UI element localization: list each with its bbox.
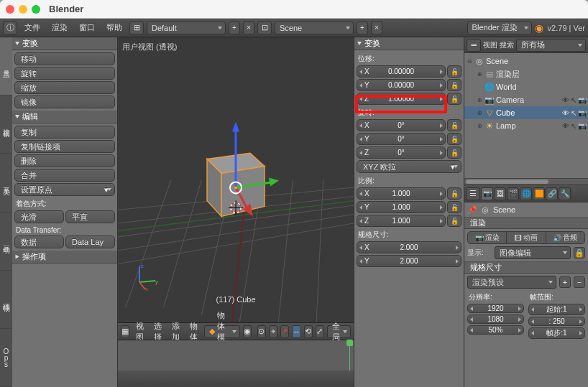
res-pct-field[interactable]: 50%	[467, 325, 524, 335]
render-anim-button[interactable]: 🎞动画	[507, 231, 546, 244]
dim-x-field[interactable]: X2.000	[357, 241, 461, 253]
scene-select[interactable]: Scene	[275, 22, 354, 34]
scene-remove-button[interactable]: ×	[371, 22, 382, 34]
shade-smooth-button[interactable]: 光滑	[14, 210, 64, 223]
scene-add-button[interactable]: +	[357, 22, 368, 34]
outliner-search-menu[interactable]: 搜索	[500, 40, 514, 50]
n-transform-header[interactable]: 变换	[354, 37, 464, 50]
move-button[interactable]: 移动	[14, 52, 115, 65]
outliner-filter-select[interactable]: 所有场	[516, 39, 586, 52]
lock-interface-icon[interactable]: 🔒	[574, 247, 585, 258]
minimize-window-button[interactable]	[19, 5, 27, 14]
join-button[interactable]: 合并	[14, 169, 115, 182]
scene-browse-button[interactable]: ⊡	[257, 22, 272, 34]
scale-z-field[interactable]: Z1.000	[357, 215, 446, 227]
frame-end-field[interactable]: : 250	[528, 317, 585, 326]
data-transfer-layout-button[interactable]: Data Lay	[65, 236, 115, 248]
render-preset-select[interactable]: 渲染预设	[467, 276, 556, 289]
render-audio-button[interactable]: 🔊音频	[546, 231, 585, 244]
scale-z-lock[interactable]: 🔓	[447, 215, 461, 227]
rot-x-field[interactable]: X0°	[357, 119, 446, 131]
mode-select[interactable]: ◆ 物体模式	[204, 325, 240, 338]
frame-start-field[interactable]: 起始:1	[528, 304, 585, 315]
props-editor-icon[interactable]: ☰	[466, 187, 480, 200]
outliner-tree[interactable]: ⊖◎Scene ⊕▤渲染层 🌐World ⊕📷Camera 👁↖📷 ⊕▽Cube	[464, 53, 588, 178]
dimensions-panel-header[interactable]: 规格尺寸	[464, 261, 588, 274]
playhead[interactable]	[349, 340, 350, 370]
toolshelf-tab-create[interactable]: 创建	[0, 95, 12, 154]
display-select[interactable]: 图像编辑	[495, 246, 571, 259]
toolshelf-tab-tools[interactable]: 工具	[0, 37, 12, 95]
rot-y-field[interactable]: Y0°	[357, 133, 446, 145]
cursor-icon[interactable]: ⌖	[269, 325, 277, 338]
rot-x-lock[interactable]: 🔓	[447, 119, 461, 131]
rot-z-lock[interactable]: 🔓	[447, 146, 461, 159]
timeline-ruler[interactable]	[118, 340, 354, 370]
outliner-view-menu[interactable]: 视图	[483, 40, 497, 50]
tab-constraints-icon[interactable]: 🔗	[546, 187, 558, 200]
toolshelf-tab-relations[interactable]: 关系	[0, 154, 12, 212]
menu-file[interactable]: 文件	[20, 21, 45, 34]
tab-world-icon[interactable]: 🌐	[520, 187, 532, 200]
tab-modifiers-icon[interactable]: 🔧	[559, 187, 571, 200]
screen-add-button[interactable]: +	[229, 22, 240, 34]
shading-sphere-icon[interactable]: ◉	[243, 325, 252, 338]
manipulator-scale-icon[interactable]: ⤢	[316, 325, 324, 338]
delete-button[interactable]: 删除	[14, 154, 115, 167]
tab-object-icon[interactable]: 🟧	[533, 187, 545, 200]
set-origin-button[interactable]: 设置原点▾	[14, 183, 115, 196]
viewport-editor-icon[interactable]: ▦	[121, 325, 129, 338]
tab-renderlayer-icon[interactable]: 🖼	[494, 187, 506, 200]
toolshelf-tab-ops[interactable]: Ops	[0, 329, 12, 387]
selected-cube[interactable]	[193, 116, 279, 230]
dim-y-field[interactable]: Y2.000	[357, 255, 461, 267]
rot-y-lock[interactable]: 🔓	[447, 133, 461, 145]
res-x-field[interactable]: 1920	[467, 304, 524, 313]
pivot-icon[interactable]: ⊙	[257, 325, 266, 338]
screen-layout-select[interactable]: Default	[147, 22, 226, 34]
data-transfer-data-button[interactable]: 数据	[14, 236, 64, 248]
manipulator-move-icon[interactable]: ↔	[292, 325, 301, 338]
render-engine-select[interactable]: Blender 渲染	[467, 22, 532, 34]
toolshelf-tab-physics[interactable]: 物理	[0, 271, 12, 329]
menu-window[interactable]: 窗口	[75, 21, 99, 34]
scale-x-field[interactable]: X1.000	[357, 187, 446, 200]
render-button[interactable]: 📷渲染	[467, 231, 507, 244]
rotate-button[interactable]: 旋转	[14, 67, 115, 80]
frame-step-field[interactable]: 帧步:1	[528, 327, 585, 339]
loc-z-field[interactable]: Z1.00000	[357, 93, 446, 105]
manipulator-rotate-icon[interactable]: ⟲	[304, 325, 313, 338]
preset-add-button[interactable]: +	[559, 276, 571, 288]
menu-render[interactable]: 渲染	[47, 21, 72, 34]
tab-render-icon[interactable]: 📷	[481, 187, 493, 200]
close-window-button[interactable]	[6, 5, 14, 14]
editor-type-icon[interactable]: ⓘ	[3, 22, 17, 34]
screen-remove-button[interactable]: ×	[243, 22, 254, 34]
manipulator-icon[interactable]: ↗	[280, 325, 289, 338]
scale-y-lock[interactable]: 🔓	[447, 201, 461, 213]
duplicate-linked-button[interactable]: 复制链接项	[14, 140, 115, 153]
preset-remove-button[interactable]: −	[574, 276, 585, 288]
loc-x-field[interactable]: X0.00000	[357, 65, 446, 78]
screen-browse-button[interactable]: ⊞	[129, 22, 144, 34]
scale-x-lock[interactable]: 🔓	[447, 187, 461, 200]
outliner-editor-icon[interactable]: ≔	[467, 39, 481, 52]
rotation-mode-select[interactable]: XYZ 欧拉▾	[357, 160, 461, 173]
menu-help[interactable]: 帮助	[102, 21, 127, 34]
scale-y-field[interactable]: Y1.000	[357, 201, 446, 213]
tab-scene-icon[interactable]: 🎬	[507, 187, 519, 200]
ops-panel-header[interactable]: 操作项	[12, 251, 117, 264]
orientation-select[interactable]: 全局	[327, 325, 351, 338]
panel-transform-header[interactable]: 变换	[12, 37, 117, 50]
toolshelf-tab-anim[interactable]: 动画	[0, 213, 12, 271]
duplicate-button[interactable]: 复制	[14, 126, 115, 139]
scale-button[interactable]: 缩放	[14, 81, 115, 94]
zoom-window-button[interactable]	[32, 5, 40, 14]
outliner-scrollbar[interactable]	[464, 178, 588, 185]
loc-x-lock[interactable]: 🔓	[447, 65, 461, 78]
rot-z-field[interactable]: Z0°	[357, 146, 446, 159]
loc-y-field[interactable]: Y0.00000	[357, 79, 446, 91]
pin-icon[interactable]: 📌	[467, 205, 477, 215]
render-panel-header[interactable]: 渲染	[464, 217, 588, 229]
mirror-button[interactable]: 镜像	[14, 95, 115, 108]
